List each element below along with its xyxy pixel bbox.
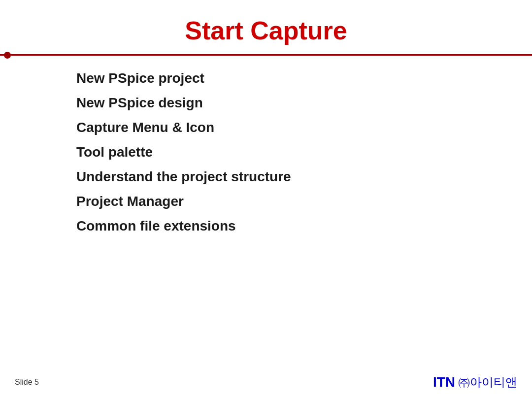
logo-korean-text: ㈜아이티앤 bbox=[458, 374, 517, 390]
list-item: New PSpice design bbox=[76, 95, 532, 111]
slide-container: Start Capture New PSpice project New PSp… bbox=[0, 0, 532, 399]
divider-line bbox=[0, 54, 532, 56]
slide-number: Slide 5 bbox=[15, 378, 39, 387]
list-item: Tool palette bbox=[76, 144, 532, 160]
slide-footer: Slide 5 ITN ㈜아이티앤 bbox=[0, 374, 532, 390]
list-item-project-manager: Project Manager bbox=[76, 194, 532, 209]
title-area: Start Capture bbox=[0, 0, 532, 50]
content-area: New PSpice project New PSpice design Cap… bbox=[0, 56, 532, 234]
list-item: Common file extensions bbox=[76, 218, 532, 234]
logo-itn-text: ITN bbox=[433, 374, 455, 390]
slide-title: Start Capture bbox=[0, 16, 532, 45]
list-item: New PSpice project bbox=[76, 70, 532, 86]
list-item: Capture Menu & Icon bbox=[76, 120, 532, 135]
list-item: Understand the project structure bbox=[76, 169, 532, 185]
logo-area: ITN ㈜아이티앤 bbox=[433, 374, 517, 390]
